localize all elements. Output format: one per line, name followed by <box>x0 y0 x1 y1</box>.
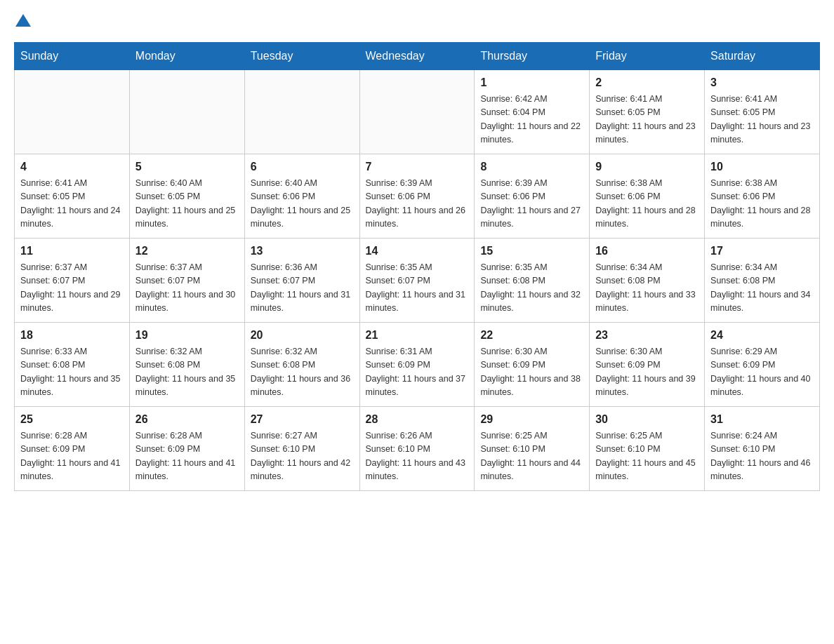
day-number: 5 <box>135 159 239 175</box>
calendar-cell: 9Sunrise: 6:38 AM Sunset: 6:06 PM Daylig… <box>590 154 705 239</box>
calendar-header-row: SundayMondayTuesdayWednesdayThursdayFrid… <box>15 43 820 70</box>
day-header-monday: Monday <box>129 43 244 70</box>
day-header-friday: Friday <box>590 43 705 70</box>
day-info: Sunrise: 6:30 AM Sunset: 6:09 PM Dayligh… <box>480 345 583 400</box>
calendar-cell: 15Sunrise: 6:35 AM Sunset: 6:08 PM Dayli… <box>475 239 590 323</box>
day-info: Sunrise: 6:39 AM Sunset: 6:06 PM Dayligh… <box>366 177 469 232</box>
day-header-thursday: Thursday <box>475 43 590 70</box>
day-header-tuesday: Tuesday <box>244 43 359 70</box>
day-info: Sunrise: 6:29 AM Sunset: 6:09 PM Dayligh… <box>710 345 814 400</box>
day-info: Sunrise: 6:37 AM Sunset: 6:07 PM Dayligh… <box>20 261 124 316</box>
day-number: 2 <box>595 74 699 91</box>
calendar-cell: 30Sunrise: 6:25 AM Sunset: 6:10 PM Dayli… <box>590 407 705 491</box>
day-number: 14 <box>366 243 469 260</box>
day-info: Sunrise: 6:32 AM Sunset: 6:08 PM Dayligh… <box>135 345 239 400</box>
day-number: 13 <box>251 243 354 260</box>
day-info: Sunrise: 6:34 AM Sunset: 6:08 PM Dayligh… <box>595 261 699 316</box>
day-number: 31 <box>710 411 814 428</box>
day-info: Sunrise: 6:28 AM Sunset: 6:09 PM Dayligh… <box>20 429 124 484</box>
day-number: 23 <box>595 327 699 344</box>
calendar-cell: 6Sunrise: 6:40 AM Sunset: 6:06 PM Daylig… <box>244 154 359 239</box>
calendar-cell: 25Sunrise: 6:28 AM Sunset: 6:09 PM Dayli… <box>15 407 130 491</box>
day-number: 18 <box>20 327 124 344</box>
day-number: 26 <box>135 411 239 428</box>
calendar-cell: 12Sunrise: 6:37 AM Sunset: 6:07 PM Dayli… <box>129 239 244 323</box>
calendar-cell <box>244 70 359 154</box>
day-number: 6 <box>251 159 354 175</box>
calendar-cell <box>15 70 130 154</box>
day-info: Sunrise: 6:25 AM Sunset: 6:10 PM Dayligh… <box>595 429 699 484</box>
calendar-cell: 23Sunrise: 6:30 AM Sunset: 6:09 PM Dayli… <box>590 323 705 407</box>
calendar-cell: 1Sunrise: 6:42 AM Sunset: 6:04 PM Daylig… <box>475 70 590 154</box>
calendar-cell <box>359 70 475 154</box>
calendar-week-row: 25Sunrise: 6:28 AM Sunset: 6:09 PM Dayli… <box>15 407 820 491</box>
day-info: Sunrise: 6:38 AM Sunset: 6:06 PM Dayligh… <box>595 177 699 232</box>
day-number: 9 <box>595 159 699 175</box>
calendar-cell: 10Sunrise: 6:38 AM Sunset: 6:06 PM Dayli… <box>705 154 820 239</box>
calendar-cell <box>129 70 244 154</box>
day-number: 8 <box>480 159 583 175</box>
calendar-cell: 29Sunrise: 6:25 AM Sunset: 6:10 PM Dayli… <box>475 407 590 491</box>
day-number: 11 <box>20 243 124 260</box>
day-info: Sunrise: 6:32 AM Sunset: 6:08 PM Dayligh… <box>251 345 354 400</box>
day-info: Sunrise: 6:35 AM Sunset: 6:07 PM Dayligh… <box>366 261 469 316</box>
day-info: Sunrise: 6:25 AM Sunset: 6:10 PM Dayligh… <box>480 429 583 484</box>
day-info: Sunrise: 6:40 AM Sunset: 6:05 PM Dayligh… <box>135 177 239 232</box>
calendar-cell: 18Sunrise: 6:33 AM Sunset: 6:08 PM Dayli… <box>15 323 130 407</box>
day-number: 17 <box>710 243 814 260</box>
calendar-cell: 28Sunrise: 6:26 AM Sunset: 6:10 PM Dayli… <box>359 407 475 491</box>
day-info: Sunrise: 6:42 AM Sunset: 6:04 PM Dayligh… <box>480 93 583 147</box>
calendar-week-row: 1Sunrise: 6:42 AM Sunset: 6:04 PM Daylig… <box>15 70 820 154</box>
day-info: Sunrise: 6:30 AM Sunset: 6:09 PM Dayligh… <box>595 345 699 400</box>
day-info: Sunrise: 6:37 AM Sunset: 6:07 PM Dayligh… <box>135 261 239 316</box>
svg-marker-0 <box>15 14 31 27</box>
day-number: 25 <box>20 411 124 428</box>
calendar-cell: 5Sunrise: 6:40 AM Sunset: 6:05 PM Daylig… <box>129 154 244 239</box>
day-number: 16 <box>595 243 699 260</box>
day-number: 19 <box>135 327 239 344</box>
calendar-cell: 20Sunrise: 6:32 AM Sunset: 6:08 PM Dayli… <box>244 323 359 407</box>
day-info: Sunrise: 6:31 AM Sunset: 6:09 PM Dayligh… <box>366 345 469 400</box>
day-number: 15 <box>480 243 583 260</box>
calendar-cell: 17Sunrise: 6:34 AM Sunset: 6:08 PM Dayli… <box>705 239 820 323</box>
day-header-wednesday: Wednesday <box>359 43 475 70</box>
calendar-table: SundayMondayTuesdayWednesdayThursdayFrid… <box>14 42 820 491</box>
calendar-cell: 19Sunrise: 6:32 AM Sunset: 6:08 PM Dayli… <box>129 323 244 407</box>
day-number: 28 <box>366 411 469 428</box>
calendar-week-row: 18Sunrise: 6:33 AM Sunset: 6:08 PM Dayli… <box>15 323 820 407</box>
calendar-cell: 11Sunrise: 6:37 AM Sunset: 6:07 PM Dayli… <box>15 239 130 323</box>
day-info: Sunrise: 6:35 AM Sunset: 6:08 PM Dayligh… <box>480 261 583 316</box>
day-info: Sunrise: 6:33 AM Sunset: 6:08 PM Dayligh… <box>20 345 124 400</box>
calendar-cell: 21Sunrise: 6:31 AM Sunset: 6:09 PM Dayli… <box>359 323 475 407</box>
day-header-sunday: Sunday <box>15 43 130 70</box>
day-number: 22 <box>480 327 583 344</box>
calendar-cell: 27Sunrise: 6:27 AM Sunset: 6:10 PM Dayli… <box>244 407 359 491</box>
day-info: Sunrise: 6:27 AM Sunset: 6:10 PM Dayligh… <box>251 429 354 484</box>
calendar-cell: 26Sunrise: 6:28 AM Sunset: 6:09 PM Dayli… <box>129 407 244 491</box>
day-info: Sunrise: 6:28 AM Sunset: 6:09 PM Dayligh… <box>135 429 239 484</box>
day-number: 21 <box>366 327 469 344</box>
day-number: 20 <box>251 327 354 344</box>
day-number: 7 <box>366 159 469 175</box>
day-info: Sunrise: 6:36 AM Sunset: 6:07 PM Dayligh… <box>251 261 354 316</box>
calendar-cell: 31Sunrise: 6:24 AM Sunset: 6:10 PM Dayli… <box>705 407 820 491</box>
day-number: 27 <box>251 411 354 428</box>
day-info: Sunrise: 6:40 AM Sunset: 6:06 PM Dayligh… <box>251 177 354 232</box>
day-info: Sunrise: 6:24 AM Sunset: 6:10 PM Dayligh… <box>710 429 814 484</box>
calendar-cell: 4Sunrise: 6:41 AM Sunset: 6:05 PM Daylig… <box>15 154 130 239</box>
page-header <box>14 14 820 28</box>
calendar-week-row: 4Sunrise: 6:41 AM Sunset: 6:05 PM Daylig… <box>15 154 820 239</box>
day-info: Sunrise: 6:39 AM Sunset: 6:06 PM Dayligh… <box>480 177 583 232</box>
day-info: Sunrise: 6:41 AM Sunset: 6:05 PM Dayligh… <box>595 93 699 147</box>
day-number: 30 <box>595 411 699 428</box>
day-number: 10 <box>710 159 814 175</box>
day-info: Sunrise: 6:38 AM Sunset: 6:06 PM Dayligh… <box>710 177 814 232</box>
logo <box>14 14 31 28</box>
day-number: 3 <box>710 74 814 91</box>
calendar-cell: 3Sunrise: 6:41 AM Sunset: 6:05 PM Daylig… <box>705 70 820 154</box>
calendar-cell: 16Sunrise: 6:34 AM Sunset: 6:08 PM Dayli… <box>590 239 705 323</box>
calendar-cell: 13Sunrise: 6:36 AM Sunset: 6:07 PM Dayli… <box>244 239 359 323</box>
day-info: Sunrise: 6:41 AM Sunset: 6:05 PM Dayligh… <box>20 177 124 232</box>
calendar-cell: 2Sunrise: 6:41 AM Sunset: 6:05 PM Daylig… <box>590 70 705 154</box>
calendar-cell: 22Sunrise: 6:30 AM Sunset: 6:09 PM Dayli… <box>475 323 590 407</box>
